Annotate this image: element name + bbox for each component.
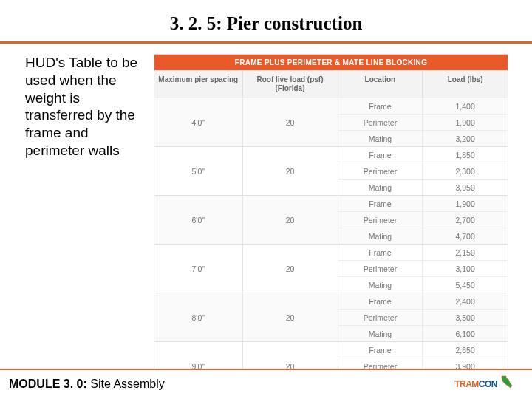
cell-roofload: 20 <box>243 196 338 244</box>
table-row: Perimeter3,500 <box>338 310 508 326</box>
title-area: 3. 2. 5: Pier construction <box>0 0 532 40</box>
table-row: Mating4,700 <box>338 228 508 244</box>
hud-table: FRAME PLUS PERIMETER & MATE LINE BLOCKIN… <box>154 54 508 392</box>
cell-location: Frame <box>338 196 423 211</box>
tramcon-logo: TRAMCON <box>454 375 514 393</box>
cell-location: Perimeter <box>338 163 423 179</box>
page-title: 3. 2. 5: Pier construction <box>0 13 532 34</box>
table-row: Frame2,400 <box>338 293 508 310</box>
table-body: 4'0"20Frame1,400Perimeter1,900Mating3,20… <box>154 98 508 391</box>
table-row: Frame1,400 <box>338 98 508 115</box>
footer: MODULE 3. 0: Site Assembly TRAMCON <box>0 369 532 399</box>
cell-roofload: 20 <box>243 245 338 293</box>
footer-module: MODULE 3. 0: <box>9 378 87 390</box>
table-row: Mating3,950 <box>338 180 508 195</box>
table-row: Perimeter2,700 <box>338 212 508 228</box>
cell-load: 2,300 <box>423 163 508 179</box>
table-row: Frame2,650 <box>338 342 508 358</box>
table-row: Frame2,150 <box>338 245 508 261</box>
table-row: Perimeter3,100 <box>338 261 508 277</box>
cell-load: 3,500 <box>423 310 508 325</box>
cell-load: 2,700 <box>423 212 508 228</box>
cell-spacing: 8'0" <box>154 293 243 341</box>
caption-text: HUD's Table to be used when the weight i… <box>25 54 143 392</box>
table-row: Perimeter2,300 <box>338 163 508 180</box>
cell-roofload: 20 <box>243 293 338 341</box>
cell-spacing: 5'0" <box>154 147 243 195</box>
table-row: Mating5,450 <box>338 277 508 293</box>
cell-load: 2,150 <box>423 245 508 260</box>
cell-load: 3,200 <box>423 131 508 146</box>
cell-location: Mating <box>338 326 423 341</box>
cell-load: 1,850 <box>423 147 508 163</box>
cell-load: 2,400 <box>423 293 508 309</box>
cell-location: Frame <box>338 245 423 260</box>
cell-location: Perimeter <box>338 115 423 130</box>
table-banner: FRAME PLUS PERIMETER & MATE LINE BLOCKIN… <box>154 55 508 70</box>
cell-location: Perimeter <box>338 310 423 325</box>
footer-text: MODULE 3. 0: Site Assembly <box>9 378 165 391</box>
cell-location: Perimeter <box>338 261 423 276</box>
cell-load: 5,450 <box>423 277 508 293</box>
col-location: Location <box>338 71 423 98</box>
cell-load: 1,400 <box>423 98 508 114</box>
cell-location: Mating <box>338 180 423 195</box>
col-load: Load (lbs) <box>423 71 508 98</box>
cell-load: 4,700 <box>423 228 508 244</box>
table-header-row: Maximum pier spacing Roof live load (psf… <box>154 70 508 98</box>
florida-icon <box>499 375 514 393</box>
col-roofload: Roof live load (psf) (Florida) <box>243 71 338 98</box>
cell-load: 3,100 <box>423 261 508 276</box>
table-group: 6'0"20Frame1,900Perimeter2,700Mating4,70… <box>154 196 508 245</box>
cell-spacing: 4'0" <box>154 98 243 146</box>
cell-location: Frame <box>338 147 423 163</box>
cell-location: Mating <box>338 277 423 293</box>
cell-roofload: 20 <box>243 147 338 195</box>
cell-spacing: 6'0" <box>154 196 243 244</box>
table-row: Frame1,900 <box>338 196 508 212</box>
table-group: 7'0"20Frame2,150Perimeter3,100Mating5,45… <box>154 245 508 293</box>
table-group: 4'0"20Frame1,400Perimeter1,900Mating3,20… <box>154 98 508 147</box>
footer-label: Site Assembly <box>87 378 165 390</box>
table-group: 5'0"20Frame1,850Perimeter2,300Mating3,95… <box>154 147 508 196</box>
cell-load: 1,900 <box>423 196 508 211</box>
cell-location: Frame <box>338 342 423 358</box>
cell-location: Frame <box>338 98 423 114</box>
subrows: Frame2,400Perimeter3,500Mating6,100 <box>338 293 508 341</box>
cell-load: 1,900 <box>423 115 508 130</box>
subrows: Frame1,400Perimeter1,900Mating3,200 <box>338 98 508 146</box>
table-row: Frame1,850 <box>338 147 508 163</box>
cell-location: Perimeter <box>338 212 423 228</box>
cell-spacing: 7'0" <box>154 245 243 293</box>
table-row: Perimeter1,900 <box>338 115 508 131</box>
subrows: Frame1,850Perimeter2,300Mating3,950 <box>338 147 508 195</box>
subrows: Frame1,900Perimeter2,700Mating4,700 <box>338 196 508 244</box>
cell-load: 3,950 <box>423 180 508 195</box>
cell-location: Mating <box>338 228 423 244</box>
subrows: Frame2,150Perimeter3,100Mating5,450 <box>338 245 508 293</box>
cell-location: Mating <box>338 131 423 146</box>
cell-location: Frame <box>338 293 423 309</box>
cell-roofload: 20 <box>243 98 338 146</box>
cell-load: 2,650 <box>423 342 508 358</box>
table-group: 8'0"20Frame2,400Perimeter3,500Mating6,10… <box>154 293 508 342</box>
logo-text: TRAMCON <box>454 379 497 389</box>
col-spacing: Maximum pier spacing <box>154 71 243 98</box>
table-row: Mating3,200 <box>338 131 508 146</box>
content-row: HUD's Table to be used when the weight i… <box>0 44 532 392</box>
cell-load: 6,100 <box>423 326 508 341</box>
table-row: Mating6,100 <box>338 326 508 341</box>
